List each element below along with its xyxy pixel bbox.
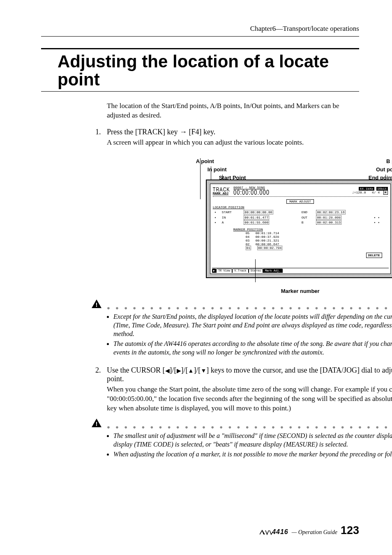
lcd-tab-stereo[interactable]: Stereo [249,269,263,273]
lcd-marker-title: MARKER POSITION [233,228,388,231]
lcd-time: 00:00:00.000 [233,189,270,197]
lcd-locator-title: LOCATOR POSITION [213,205,388,210]
warn1-item1: Except for the Start/End points, the dis… [113,313,392,338]
intro-text: The location of the Start/End points, A/… [107,101,359,120]
page-footer: 4416 — Operation Guide 123 [260,524,359,537]
warning-1: ! ● ● ● ● ● ● ● ● ● ● ● ● ● ● ● ● ● ● ● … [102,305,392,357]
step-2: 2. Use the CURSOR [◀]/[▶]/[▲]/[▼] keys t… [95,366,359,461]
label-b-point: B point [386,158,392,164]
header-rule [41,36,359,37]
lcd-sig: 4/ 4 [372,191,380,194]
step-1: 1. Press the [TRACK] key → [F4] key. A s… [95,128,359,359]
chapter-header: Chapter6—Transport/locate operations [41,25,359,33]
step-2-title: Use the CURSOR [◀]/[▶]/[▲]/[▼] keys to m… [107,366,392,383]
label-marker-number: Marker number [107,288,392,294]
step-1-title-post: [F4] key. [187,128,215,136]
lcd-tab-vtrack[interactable]: V.Track [232,269,248,273]
label-out-point: Out point [376,166,392,173]
lcd-mark-adjust-title: MARK ADJUST [286,199,314,204]
body-content: The location of the Start/End points, A/… [41,92,359,461]
label-a-point: A point [196,158,214,164]
step-1-title: Press the [TRACK] key → [F4] key. [107,128,392,136]
lcd-delete-button[interactable]: DELETE [366,253,382,258]
page-title: Adjusting the location of a locate point [58,53,359,89]
lcd-locator-table: ▪START00:00:00:00.00 END00:02:08:23.16 ▪… [213,210,388,226]
step-2-desc: When you change the Start point, the abs… [107,385,392,413]
svg-text:!: ! [96,420,98,427]
warning-icon: ! [91,418,102,428]
lcd-screenshot: TRACK MARK ADJ 00007 - NEW SONG 00:00:00… [206,180,392,278]
warning-2: ! ● ● ● ● ● ● ● ● ● ● ● ● ● ● ● ● ● ● ● … [102,424,392,459]
warn1-item2: The automix of the AW4416 operates accor… [113,340,392,357]
step-1-title-pre: Press the [TRACK] key [107,128,180,136]
title-block: Adjusting the location of a locate point [41,48,359,92]
lcd-tab-markadj[interactable]: Mark Adj. [263,269,283,273]
lcd-tabs: ▶ TR View V.Track Stereo Mark Adj. [212,268,389,273]
warning-icon: ! [91,299,102,309]
lcd-tab-trview[interactable]: TR View [216,269,232,273]
footer-page-number: 123 [341,524,359,537]
footer-model: 4416 [260,528,288,536]
footer-guide: — Operation Guide [292,529,337,536]
lcd-sr: 44.1kHz [359,187,374,191]
svg-text:!: ! [96,301,98,308]
lcd-tempo: ♩=120.0 [352,191,366,194]
step-2-title-pre: Use the CURSOR [ [107,366,165,374]
lcd-marker-section: MARKER POSITION 05 00:01:19.714 04 00:00… [213,228,388,250]
dots-divider: ● ● ● ● ● ● ● ● ● ● ● ● ● ● ● ● ● ● ● ● … [107,305,392,311]
warn2-item2: When adjusting the location of a marker,… [113,450,392,459]
dots-divider: ● ● ● ● ● ● ● ● ● ● ● ● ● ● ● ● ● ● ● ● … [107,424,392,431]
step-1-desc: A screen will appear in which you can ad… [107,138,392,147]
warn2-item1: The smallest unit of adjustment will be … [113,432,392,449]
lcd-track: TRACK [213,185,230,192]
